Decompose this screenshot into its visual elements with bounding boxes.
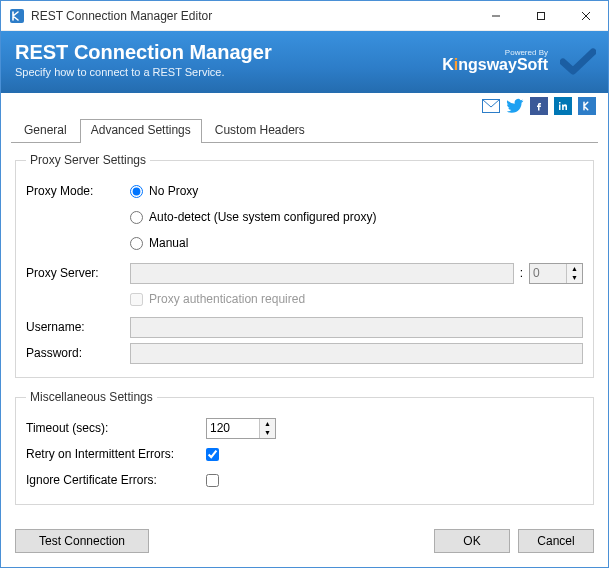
header-banner: REST Connection Manager Specify how to c…: [1, 31, 608, 93]
email-icon[interactable]: [482, 97, 500, 115]
proxy-password-input[interactable]: [130, 343, 583, 364]
cancel-button[interactable]: Cancel: [518, 529, 594, 553]
brand-k-icon[interactable]: [578, 97, 596, 115]
proxy-server-label: Proxy Server:: [26, 266, 130, 280]
retry-label: Retry on Intermittent Errors:: [26, 447, 206, 461]
facebook-icon[interactable]: [530, 97, 548, 115]
svg-rect-0: [10, 9, 24, 23]
proxy-port-input[interactable]: [530, 264, 566, 283]
proxy-auth-toggle[interactable]: Proxy authentication required: [130, 292, 305, 306]
proxy-port-separator: :: [514, 266, 529, 280]
tab-advanced-settings[interactable]: Advanced Settings: [80, 119, 202, 143]
social-row: [1, 93, 608, 119]
spinner-up-icon[interactable]: ▲: [567, 264, 582, 274]
button-bar: Test Connection OK Cancel: [1, 529, 608, 553]
linkedin-icon[interactable]: [554, 97, 572, 115]
svg-rect-2: [537, 12, 544, 19]
proxy-mode-auto-radio[interactable]: [130, 211, 143, 224]
retry-checkbox[interactable]: [206, 448, 219, 461]
proxy-mode-none-radio[interactable]: [130, 185, 143, 198]
tab-general[interactable]: General: [13, 119, 78, 143]
timeout-input[interactable]: [207, 419, 259, 438]
timeout-spinner[interactable]: ▲▼: [206, 418, 276, 439]
tab-content: Proxy Server Settings Proxy Mode: No Pro…: [1, 143, 608, 505]
timeout-label: Timeout (secs):: [26, 421, 206, 435]
maximize-button[interactable]: [518, 1, 563, 31]
proxy-password-label: Password:: [26, 346, 130, 360]
tab-row: General Advanced Settings Custom Headers: [1, 119, 608, 143]
misc-settings-group: Miscellaneous Settings Timeout (secs): ▲…: [15, 390, 594, 505]
proxy-auth-checkbox[interactable]: [130, 293, 143, 306]
ignore-cert-label: Ignore Certificate Errors:: [26, 473, 206, 487]
minimize-button[interactable]: [473, 1, 518, 31]
close-button[interactable]: [563, 1, 608, 31]
header-subtitle: Specify how to connect to a REST Service…: [15, 66, 272, 78]
spinner-down-icon[interactable]: ▼: [567, 273, 582, 283]
proxy-mode-none[interactable]: No Proxy: [130, 184, 198, 198]
proxy-mode-manual[interactable]: Manual: [130, 236, 188, 250]
spinner-down-icon[interactable]: ▼: [260, 428, 275, 438]
brand-logo: Powered By KingswaySoft: [442, 49, 548, 73]
proxy-port-spinner[interactable]: ▲▼: [529, 263, 583, 284]
proxy-settings-group: Proxy Server Settings Proxy Mode: No Pro…: [15, 153, 594, 378]
tab-custom-headers[interactable]: Custom Headers: [204, 119, 316, 143]
test-connection-button[interactable]: Test Connection: [15, 529, 149, 553]
app-icon: [9, 8, 25, 24]
ignore-cert-checkbox[interactable]: [206, 474, 219, 487]
window-controls: [473, 1, 608, 31]
twitter-icon[interactable]: [506, 97, 524, 115]
proxy-server-input[interactable]: [130, 263, 514, 284]
brand-text: Powered By KingswaySoft: [442, 49, 548, 73]
proxy-mode-manual-radio[interactable]: [130, 237, 143, 250]
proxy-username-label: Username:: [26, 320, 130, 334]
title-bar: REST Connection Manager Editor: [1, 1, 608, 31]
proxy-mode-auto[interactable]: Auto-detect (Use system configured proxy…: [130, 210, 376, 224]
proxy-mode-label: Proxy Mode:: [26, 184, 130, 198]
misc-settings-legend: Miscellaneous Settings: [26, 390, 157, 404]
spinner-up-icon[interactable]: ▲: [260, 419, 275, 429]
ok-button[interactable]: OK: [434, 529, 510, 553]
proxy-settings-legend: Proxy Server Settings: [26, 153, 150, 167]
header-title: REST Connection Manager: [15, 41, 272, 64]
check-icon: [560, 47, 596, 77]
proxy-username-input[interactable]: [130, 317, 583, 338]
window-title: REST Connection Manager Editor: [31, 9, 473, 23]
